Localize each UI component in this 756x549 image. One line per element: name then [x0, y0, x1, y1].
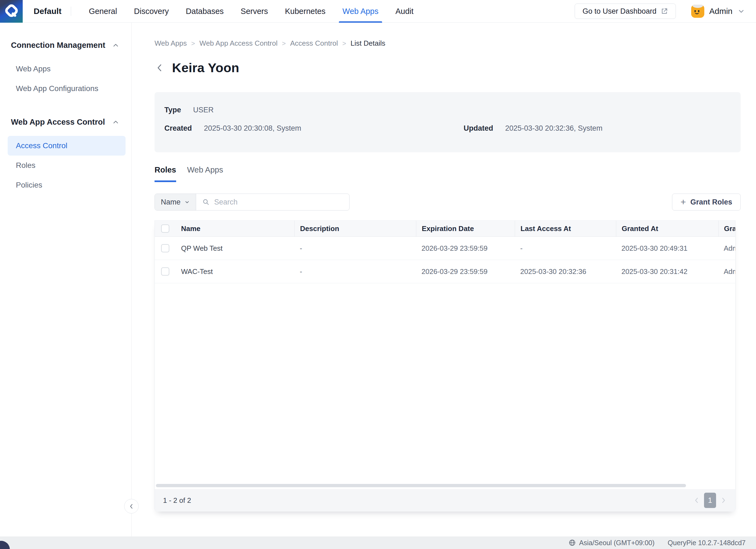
- breadcrumb: Web Apps > Web App Access Control > Acce…: [155, 39, 741, 48]
- sidebar-section-header-connection-management[interactable]: Connection Management: [0, 41, 131, 50]
- page-title: Keira Yoon: [172, 60, 239, 75]
- breadcrumb-list-details: List Details: [351, 39, 385, 48]
- column-header-last-access-at[interactable]: Last Access At: [515, 221, 616, 237]
- table-empty-area: [155, 283, 735, 484]
- logo-glyph: [4, 4, 19, 18]
- querypie-logo-icon[interactable]: [0, 0, 23, 23]
- top-bar: Default General Discovery Databases Serv…: [0, 0, 756, 23]
- cell-description: -: [294, 237, 416, 260]
- sidebar-item-web-apps[interactable]: Web Apps: [8, 59, 126, 79]
- horizontal-scrollbar-thumb[interactable]: [156, 484, 686, 487]
- timezone-label: Asia/Seoul (GMT+09:00): [579, 539, 655, 547]
- corner-widget[interactable]: [0, 541, 10, 549]
- nav-item-kubernetes[interactable]: Kubernetes: [277, 0, 334, 23]
- table-pagination-bar: 1 - 2 of 2 1: [155, 489, 735, 512]
- chevron-left-icon: [128, 503, 135, 510]
- chevron-up-icon[interactable]: [112, 119, 119, 126]
- updated-label: Updated: [464, 124, 493, 133]
- dashboard-button-label: Go to User Dashboard: [583, 7, 656, 16]
- breadcrumb-access-control[interactable]: Access Control: [290, 39, 338, 48]
- breadcrumb-separator: >: [191, 40, 195, 47]
- nav-item-audit[interactable]: Audit: [387, 0, 422, 23]
- nav-item-databases[interactable]: Databases: [177, 0, 232, 23]
- globe-icon: [569, 539, 576, 546]
- sidebar-item-roles[interactable]: Roles: [8, 156, 126, 175]
- column-header-granted-by[interactable]: Granted By: [718, 221, 735, 237]
- timezone-indicator: Asia/Seoul (GMT+09:00): [569, 539, 655, 547]
- type-label: Type: [164, 106, 181, 114]
- cell-description: -: [294, 260, 416, 283]
- details-panel: Type USER Created 2025-03-30 20:30:08, S…: [155, 92, 741, 152]
- external-link-icon: [661, 8, 668, 15]
- user-name-label: Admin: [709, 7, 732, 16]
- row-checkbox[interactable]: [161, 244, 169, 253]
- cell-granted-by: Admin: [718, 260, 735, 283]
- tab-web-apps[interactable]: Web Apps: [187, 166, 223, 182]
- grant-roles-button[interactable]: + Grant Roles: [672, 194, 741, 211]
- sidebar-section-header-web-app-access-control[interactable]: Web App Access Control: [0, 118, 131, 127]
- breadcrumb-web-apps[interactable]: Web Apps: [155, 39, 187, 48]
- nav-item-general[interactable]: General: [80, 0, 126, 23]
- cell-expiration-date: 2026-03-29 23:59:59: [416, 260, 515, 283]
- sidebar: Connection Management Web Apps Web App C…: [0, 23, 132, 549]
- nav-item-web-apps[interactable]: Web Apps: [334, 0, 387, 23]
- cell-granted-at: 2025-03-30 20:49:31: [616, 237, 718, 260]
- select-all-checkbox[interactable]: [161, 225, 169, 233]
- search-input[interactable]: [214, 198, 343, 207]
- filter-field-label: Name: [161, 198, 181, 207]
- detail-tabs: Roles Web Apps: [155, 166, 741, 182]
- updated-value: 2025-03-30 20:32:36, System: [505, 124, 603, 133]
- column-header-description[interactable]: Description: [294, 221, 416, 237]
- sidebar-collapse-button[interactable]: [124, 499, 139, 513]
- cell-last-access-at: -: [515, 237, 616, 260]
- cell-name: QP Web Test: [176, 237, 294, 260]
- type-value: USER: [193, 106, 214, 114]
- filter-field-dropdown[interactable]: Name: [155, 194, 196, 210]
- chevron-down-icon: [184, 199, 190, 205]
- sidebar-item-access-control[interactable]: Access Control: [8, 136, 126, 156]
- chevron-down-icon[interactable]: [737, 7, 745, 15]
- table-header-row: Name Description Expiration Date Last Ac…: [155, 220, 735, 237]
- page-number-button[interactable]: 1: [704, 493, 716, 508]
- cell-granted-at: 2025-03-30 20:31:42: [616, 260, 718, 283]
- grant-roles-label: Grant Roles: [690, 198, 732, 207]
- workspace-name[interactable]: Default: [34, 7, 62, 16]
- breadcrumb-web-app-access-control[interactable]: Web App Access Control: [199, 39, 278, 48]
- roles-table: Name Description Expiration Date Last Ac…: [155, 220, 735, 512]
- nav-item-servers[interactable]: Servers: [232, 0, 277, 23]
- cell-name: WAC-Test: [176, 260, 294, 283]
- column-header-granted-at[interactable]: Granted At: [616, 221, 718, 237]
- sidebar-item-web-app-configurations[interactable]: Web App Configurations: [8, 79, 126, 98]
- nav-item-discovery[interactable]: Discovery: [126, 0, 177, 23]
- column-header-expiration-date[interactable]: Expiration Date: [416, 221, 515, 237]
- breadcrumb-separator: >: [342, 40, 346, 47]
- created-value: 2025-03-30 20:30:08, System: [204, 124, 301, 133]
- created-label: Created: [164, 124, 192, 133]
- go-to-user-dashboard-button[interactable]: Go to User Dashboard: [575, 4, 676, 19]
- user-menu[interactable]: Admin: [691, 5, 745, 18]
- user-avatar: [691, 5, 704, 18]
- tab-roles[interactable]: Roles: [155, 166, 176, 182]
- main-nav: General Discovery Databases Servers Kube…: [80, 0, 422, 23]
- sidebar-section-title: Web App Access Control: [11, 118, 105, 127]
- previous-page-button[interactable]: [693, 497, 700, 504]
- next-page-button[interactable]: [720, 497, 727, 504]
- row-checkbox[interactable]: [161, 268, 169, 275]
- sidebar-item-policies[interactable]: Policies: [8, 175, 126, 195]
- sidebar-section-web-app-access-control: Web App Access Control Access Control Ro…: [0, 118, 131, 195]
- cell-expiration-date: 2026-03-29 23:59:59: [416, 237, 515, 260]
- sidebar-section-connection-management: Connection Management Web Apps Web App C…: [0, 41, 131, 98]
- version-label: QueryPie 10.2.7-148dcd7: [668, 539, 746, 547]
- status-bar: Asia/Seoul (GMT+09:00) QueryPie 10.2.7-1…: [0, 536, 756, 549]
- plus-icon: +: [681, 197, 686, 207]
- column-header-name[interactable]: Name: [176, 221, 294, 237]
- pagination-range: 1 - 2 of 2: [163, 496, 191, 505]
- cell-last-access-at: 2025-03-30 20:32:36: [515, 260, 616, 283]
- table-row[interactable]: QP Web Test - 2026-03-29 23:59:59 - 2025…: [155, 237, 735, 260]
- chevron-up-icon[interactable]: [112, 42, 119, 49]
- table-row[interactable]: WAC-Test - 2026-03-29 23:59:59 2025-03-3…: [155, 260, 735, 283]
- breadcrumb-separator: >: [282, 40, 286, 47]
- back-button[interactable]: [155, 63, 165, 73]
- sidebar-section-title: Connection Management: [11, 41, 105, 50]
- cell-granted-by: Admin: [718, 237, 735, 260]
